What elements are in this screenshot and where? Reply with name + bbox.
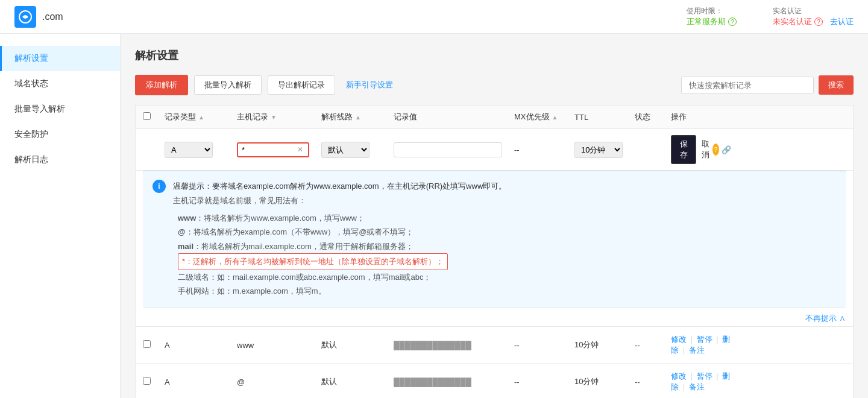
ttl-select[interactable]: 10分钟 30分钟 1小时 12小时 24小时 xyxy=(574,142,623,158)
sidebar-item-batch-import[interactable]: 批量导入解析 xyxy=(0,96,120,122)
row2-status: -- xyxy=(635,377,671,387)
row1-type: A xyxy=(165,341,237,350)
auth-link[interactable]: 去认证 xyxy=(830,16,854,27)
service-value: 正常服务期 ? xyxy=(687,16,737,27)
table-row: A @ 默认 ██████████████ -- 10分钟 -- 修改 | 暂停… xyxy=(136,364,853,398)
hint-entry-www: www：将域名解析为www.example.com，填写www； xyxy=(178,211,834,225)
tip-icon[interactable]: ? xyxy=(712,144,719,156)
row2-ttl: 10分钟 xyxy=(574,376,635,387)
hint-entry-subdomain: 二级域名：如：mail.example.com或abc.example.com，… xyxy=(178,270,834,284)
wildcard-highlight: *：泛解析，所有子域名均被解析到统一地址（除单独设置的子域名解析）； xyxy=(178,253,448,270)
row2-mx: -- xyxy=(514,377,574,387)
col-action: 操作 xyxy=(671,112,731,122)
cancel-button[interactable]: 取消 xyxy=(701,139,709,160)
row2-edit[interactable]: 修改 xyxy=(671,371,687,381)
service-label: 使用时限： xyxy=(687,6,723,16)
logo-icon xyxy=(14,6,36,28)
col-host: 主机记录 ▼ xyxy=(237,112,321,122)
add-row: A AAAA CNAME MX TXT ✕ 默认 xyxy=(136,129,853,171)
toolbar: 添加解析 批量导入解析 导出解析记录 新手引导设置 搜索 xyxy=(135,75,854,95)
clear-host-icon[interactable]: ✕ xyxy=(296,145,304,154)
col-ttl: TTL xyxy=(574,113,635,122)
row1-mx: -- xyxy=(514,341,574,350)
line-select[interactable]: 默认 联通 移动 电信 xyxy=(321,142,370,158)
hint-entry-mobile: 手机网站：如：m.example.com，填写m。 xyxy=(178,284,834,298)
row2-type: A xyxy=(165,377,237,387)
row1-actions: 修改 | 暂停 | 删除 | 备注 xyxy=(671,334,731,356)
row1-line: 默认 xyxy=(321,340,394,350)
row2-host: @ xyxy=(237,377,321,387)
sort-mx-icon: ▲ xyxy=(552,114,558,121)
save-button[interactable]: 保存 xyxy=(671,135,696,164)
sort-type-icon: ▲ xyxy=(198,114,204,121)
link-icon: 🔗 xyxy=(722,145,731,154)
add-row-line: 默认 联通 移动 电信 xyxy=(321,142,394,158)
batch-import-button[interactable]: 批量导入解析 xyxy=(194,75,262,95)
row1-host: www xyxy=(237,341,321,350)
row2-value: ██████████████ xyxy=(394,377,514,387)
main-content: 解析设置 添加解析 批量导入解析 导出解析记录 新手引导设置 搜索 记录类型 ▲ xyxy=(121,34,868,398)
sidebar: 解析设置 域名状态 批量导入解析 安全防护 解析日志 xyxy=(0,34,121,398)
hint-line1: 温馨提示：要将域名example.com解析为www.example.com，在… xyxy=(173,181,834,192)
guide-button[interactable]: 新手引导设置 xyxy=(341,76,398,94)
select-all-checkbox[interactable] xyxy=(143,112,151,120)
hint-container: i 温馨提示：要将域名example.com解析为www.example.com… xyxy=(136,171,853,327)
add-row-host: ✕ xyxy=(237,142,321,157)
hint-entries: www：将域名解析为www.example.com，填写www； @：将域名解析… xyxy=(173,211,834,298)
hint-footer: 不再提示 ∧ xyxy=(136,308,853,326)
row1-note[interactable]: 备注 xyxy=(689,346,705,355)
sidebar-item-parse-settings[interactable]: 解析设置 xyxy=(0,46,120,71)
export-button[interactable]: 导出解析记录 xyxy=(268,75,335,95)
sidebar-item-parse-log[interactable]: 解析日志 xyxy=(0,147,120,172)
hint-entry-wildcard: *：泛解析，所有子域名均被解析到统一地址（除单独设置的子域名解析）； xyxy=(178,253,834,270)
search-button[interactable]: 搜索 xyxy=(819,75,854,95)
row2-select[interactable] xyxy=(143,377,151,385)
row1-status: -- xyxy=(635,341,671,350)
logo-text: .com xyxy=(42,11,63,22)
row1-select[interactable] xyxy=(143,340,151,348)
host-input-wrap: ✕ xyxy=(237,142,309,157)
auth-label: 实名认证 xyxy=(773,6,802,16)
host-record-input[interactable] xyxy=(242,145,296,154)
sort-line-icon: ▲ xyxy=(355,114,361,121)
add-parse-button[interactable]: 添加解析 xyxy=(135,75,188,95)
add-row-type: A AAAA CNAME MX TXT xyxy=(165,142,237,158)
type-select[interactable]: A AAAA CNAME MX TXT xyxy=(165,142,213,158)
search-input[interactable] xyxy=(681,77,814,94)
page-title: 解析设置 xyxy=(135,48,854,63)
auth-info: 实名认证 未实名认证 ? 去认证 xyxy=(773,6,854,27)
row2-pause[interactable]: 暂停 xyxy=(697,371,712,381)
hint-info-icon: i xyxy=(153,180,166,193)
top-header: .com 使用时限： 正常服务期 ? 实名认证 未实名认证 ? 去认证 xyxy=(0,0,868,34)
auth-value: 未实名认证 ? 去认证 xyxy=(773,16,854,27)
col-mx: MX优先级 ▲ xyxy=(514,112,574,122)
layout: 解析设置 域名状态 批量导入解析 安全防护 解析日志 解析设置 添加解析 批量导… xyxy=(0,34,868,398)
row2-actions: 修改 | 暂停 | 删除 | 备注 xyxy=(671,371,731,393)
add-row-ttl: 10分钟 30分钟 1小时 12小时 24小时 xyxy=(574,142,635,158)
header-checkbox xyxy=(143,112,165,122)
logo-area: .com xyxy=(14,6,63,28)
sidebar-item-domain-status[interactable]: 域名状态 xyxy=(0,71,120,96)
hint-line2: 主机记录就是域名前缀，常见用法有： xyxy=(173,195,834,206)
hint-box: i 温馨提示：要将域名example.com解析为www.example.com… xyxy=(143,171,846,308)
row1-checkbox xyxy=(143,340,165,350)
row1-value: ██████████████ xyxy=(394,341,514,350)
table-header: 记录类型 ▲ 主机记录 ▼ 解析线路 ▲ 记录值 MX优先级 ▲ TTL 状态 xyxy=(136,106,853,129)
service-info: 使用时限： 正常服务期 ? xyxy=(687,6,737,27)
col-status: 状态 xyxy=(635,112,671,122)
no-remind-button[interactable]: 不再提示 ∧ xyxy=(805,314,846,323)
record-value-input[interactable] xyxy=(394,142,502,157)
service-info-icon[interactable]: ? xyxy=(728,17,737,26)
sidebar-item-security[interactable]: 安全防护 xyxy=(0,122,120,147)
auth-info-icon[interactable]: ? xyxy=(814,17,823,26)
col-line: 解析线路 ▲ xyxy=(321,112,394,122)
sort-host-icon: ▼ xyxy=(271,114,277,121)
col-type: 记录类型 ▲ xyxy=(165,112,237,122)
table-container: 记录类型 ▲ 主机记录 ▼ 解析线路 ▲ 记录值 MX优先级 ▲ TTL 状态 xyxy=(135,105,854,398)
hint-entry-mail: mail：将域名解析为mail.example.com，通常用于解析邮箱服务器； xyxy=(178,239,834,253)
search-area: 搜索 xyxy=(681,75,854,95)
row1-edit[interactable]: 修改 xyxy=(671,335,687,344)
add-row-mx: -- xyxy=(514,145,574,154)
row1-pause[interactable]: 暂停 xyxy=(697,335,712,344)
row2-note[interactable]: 备注 xyxy=(689,382,705,391)
